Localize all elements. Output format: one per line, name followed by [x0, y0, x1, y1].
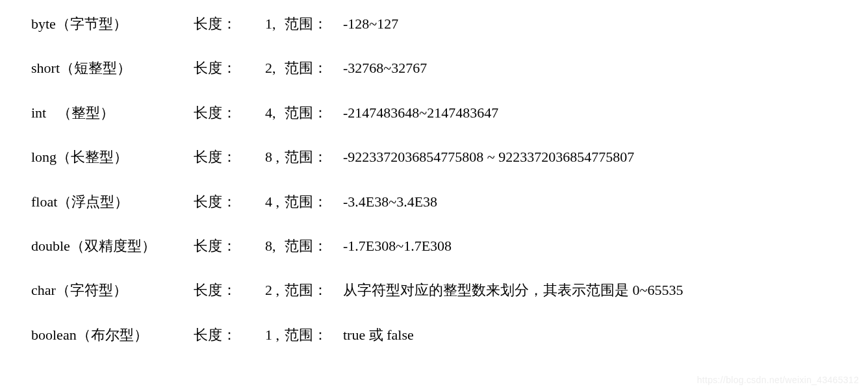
length-value: 1,: [265, 16, 285, 32]
type-cn: （整型）: [57, 105, 114, 121]
type-cell: boolean（布尔型）: [31, 327, 194, 344]
range-value: -1.7E308~1.7E308: [343, 238, 452, 255]
type-cell: short（短整型）: [31, 60, 194, 77]
type-cn: （布尔型）: [77, 327, 148, 343]
type-cell: float（浮点型）: [31, 194, 194, 210]
length-value: 8,: [265, 238, 285, 255]
length-label: 长度：: [194, 327, 265, 344]
length-label: 长度：: [194, 60, 265, 77]
row-char: char（字符型） 长度： 2 , 范围： 从字符型对应的整型数来划分，其表示范…: [31, 282, 868, 299]
type-cn: （双精度型）: [70, 238, 156, 254]
row-boolean: boolean（布尔型） 长度： 1 , 范围： true 或 false: [31, 327, 868, 344]
type-cell: char（字符型）: [31, 282, 194, 299]
length-label: 长度：: [194, 238, 265, 255]
range-value: -2147483648~2147483647: [343, 105, 498, 121]
range-label: 范围：: [285, 105, 343, 121]
range-label: 范围：: [285, 16, 343, 32]
range-label: 范围：: [285, 238, 343, 255]
range-label: 范围：: [285, 194, 343, 210]
type-en: double: [31, 238, 70, 254]
type-cell: double（双精度型）: [31, 238, 194, 255]
length-value: 4,: [265, 105, 285, 121]
range-label: 范围：: [285, 60, 343, 77]
length-label: 长度：: [194, 282, 265, 299]
range-value: -3.4E38~3.4E38: [343, 194, 437, 210]
watermark-text: https://blog.csdn.net/weixin_43465312: [697, 375, 859, 385]
type-en: boolean: [31, 327, 77, 343]
row-int: int （整型） 长度： 4, 范围： -2147483648~21474836…: [31, 105, 868, 121]
range-value: true 或 false: [343, 327, 414, 344]
type-en: int: [31, 105, 46, 121]
row-long: long（长整型） 长度： 8 , 范围： -92233720368547758…: [31, 149, 868, 166]
range-label: 范围：: [285, 282, 343, 299]
range-label: 范围：: [285, 149, 343, 166]
row-byte: byte（字节型） 长度： 1, 范围： -128~127: [31, 16, 868, 32]
type-cn: （浮点型）: [57, 194, 129, 210]
range-value: -9223372036854775808 ~ 92233720368547758…: [343, 149, 634, 166]
row-short: short（短整型） 长度： 2, 范围： -32768~32767: [31, 60, 868, 77]
length-value: 8 ,: [265, 149, 285, 166]
range-value: -32768~32767: [343, 60, 427, 77]
type-cell: byte（字节型）: [31, 16, 194, 32]
type-en: long: [31, 149, 57, 165]
length-value: 2 ,: [265, 282, 285, 299]
type-en: byte: [31, 16, 56, 32]
type-cn: （字符型）: [56, 282, 127, 298]
length-label: 长度：: [194, 16, 265, 32]
length-label: 长度：: [194, 149, 265, 166]
range-value: -128~127: [343, 16, 398, 32]
length-value: 1 ,: [265, 327, 285, 344]
row-float: float（浮点型） 长度： 4 , 范围： -3.4E38~3.4E38: [31, 194, 868, 210]
range-label: 范围：: [285, 327, 343, 344]
type-cn: （短整型）: [60, 60, 131, 76]
type-en: float: [31, 194, 57, 210]
length-label: 长度：: [194, 105, 265, 121]
type-cn: （长整型）: [57, 149, 128, 165]
type-en: short: [31, 60, 60, 76]
type-cn: （字节型）: [56, 16, 127, 32]
range-value: 从字符型对应的整型数来划分，其表示范围是 0~65535: [343, 282, 683, 299]
length-value: 2,: [265, 60, 285, 77]
type-cell: long（长整型）: [31, 149, 194, 166]
length-label: 长度：: [194, 194, 265, 210]
type-cell: int （整型）: [31, 105, 194, 121]
document-page: byte（字节型） 长度： 1, 范围： -128~127 short（短整型）…: [0, 0, 868, 389]
row-double: double（双精度型） 长度： 8, 范围： -1.7E308~1.7E308: [31, 238, 868, 255]
type-en: char: [31, 282, 56, 298]
length-value: 4 ,: [265, 194, 285, 210]
